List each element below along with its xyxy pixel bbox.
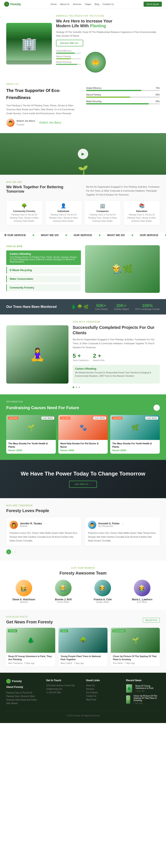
footer-grid: 🌿 Foresty About Foresty Planting Trees I… <box>6 679 160 707</box>
footer-link-2[interactable]: Our Projects <box>86 691 120 694</box>
nav-link-about[interactable]: About Us <box>60 3 69 5</box>
team-eyebrow: Our Team Member <box>6 567 160 569</box>
fundraising-arrow-button[interactable]: → <box>154 405 160 411</box>
blog-header: Our Blog Posts Get News From Foresty Blo… <box>6 616 160 624</box>
nav-dot-1[interactable] <box>76 386 77 388</box>
who-card-0: 🌳 Community Forestry Planting Trees Is T… <box>6 201 42 225</box>
nav-cta-button[interactable]: Get A Quote <box>143 2 162 7</box>
nav-link-home[interactable]: Home <box>51 3 57 5</box>
blog-author-2: Tom Harris <box>113 662 123 664</box>
stat-natural: Natural Planting60% <box>86 94 160 98</box>
projects-subcard-text: We Worked And Are Focused On Responsible… <box>75 371 157 378</box>
projects-eyebrow: Join With Tomorrow <box>73 321 160 323</box>
projects-title: Successfully Completed Projects For Our … <box>73 325 160 336</box>
quote-icon-1: ❝ <box>122 522 124 527</box>
monitored-stat-1: 20K+ Families Helped <box>114 303 129 310</box>
nav-dot-2[interactable] <box>78 386 80 388</box>
blog-card-body-0: Reup Of Young Volunteers In Park, They A… <box>6 653 55 666</box>
nav-link-blog[interactable]: Blog <box>95 3 99 5</box>
team-member-0: 👩‍🌾 Diane A. Hutchison Botanist <box>6 580 42 603</box>
fundraising-section: Information Fundraising Causes Need For … <box>0 394 166 460</box>
nav-links: Home About Us Services Pages Blog Contac… <box>51 3 114 5</box>
blog-card-title-2: Close Up Picture Of The Sapling Of That … <box>113 655 158 661</box>
blog-grid: 🌲 Forestry Reup Of Young Volunteers In P… <box>6 628 160 666</box>
footer-about-title: About Foresty <box>6 686 40 688</box>
monitored-title: Our Trees Have Been Monitored <box>6 305 65 309</box>
blog-cat-1: Nature <box>60 629 68 632</box>
service-list: Join Us Now Carbon Offsetting Tree Plant… <box>6 245 81 293</box>
testimonials-nav: ‹ › <box>6 549 160 554</box>
hero-subtitle: Strategy Of The Scientific Study Of The … <box>56 30 160 38</box>
author-info: Robert Joe Barry Founder <box>16 119 35 126</box>
service-item-2[interactable]: Water Conservation <box>6 275 81 282</box>
test-nav-prev[interactable]: ‹ <box>6 549 11 554</box>
testimonial-name-0: Jennifer R. Tanaka <box>20 522 42 525</box>
cta-button[interactable]: Join With Us → <box>69 481 97 488</box>
projects-content: Join With Tomorrow Successfully Complete… <box>73 321 160 388</box>
play-button[interactable]: ▶ <box>78 149 88 159</box>
nav-link-contact[interactable]: Contact Us <box>102 3 114 5</box>
nav-link-services[interactable]: Services <box>73 3 82 5</box>
projects-nav-dots <box>73 386 160 388</box>
footer-link-4[interactable]: Blog Posts <box>86 699 120 701</box>
nav-link-pages[interactable]: Pages <box>85 3 91 5</box>
testimonial-card-1: 👨 Kenneth S. Fisher Eco Researcher ❝ Pra… <box>85 517 160 546</box>
monitored-stats: 50K+ Trees Planted 20K+ Families Helped … <box>95 303 160 310</box>
about-stats-col: Global Efficiency75% Natural Planting60%… <box>86 87 160 127</box>
service-grid: Join Us Now Carbon Offsetting Tree Plant… <box>6 245 160 293</box>
team-member-3: 👩‍🌾 Maria L. Lawhorn Eco Officer <box>125 580 160 603</box>
hero-image-left: 🏢 <box>6 23 52 64</box>
testimonial-card-0: 👩 Jennifer R. Tanaka Botanist ❝ Praesent… <box>6 517 81 546</box>
team-role-1: Drone Officer <box>46 601 81 603</box>
fund-card-img-2: 🌿 July 2000 Goal: $5000 <box>110 415 160 440</box>
fund-card-title-2: The Mary Donate For Youth Health & Plant… <box>112 442 158 448</box>
fundraising-cards: 🌱 July 2000 Goal: $5000 The Mary Donate … <box>6 415 160 454</box>
fundraising-header: Fundraising Causes Need For Future → <box>6 405 160 411</box>
who-grid: We Work Together For Bettering Tomorrow … <box>6 185 160 196</box>
stat-waste: Waste Recycling85% <box>86 100 160 104</box>
blog-card-body-2: Close Up Picture Of The Sapling Of That … <box>111 653 160 666</box>
blog-all-button[interactable]: Blog All Post <box>143 618 160 623</box>
footer-copyright: © 2024 Foresty. All Rights Reserved. <box>66 714 100 717</box>
hero-stats: Global Efficiency Natural Planting Waste… <box>56 50 81 65</box>
service-item-0[interactable]: Carbon Offsetting Tree Planting Refers T… <box>6 250 81 265</box>
hero-building-image: 🏢 <box>6 23 52 64</box>
footer-link-0[interactable]: About Us <box>86 684 120 687</box>
testimonial-header-0: 👩 Jennifer R. Tanaka Botanist ❝ <box>9 521 78 529</box>
fund-card-0: 🌱 July 2000 Goal: $5000 The Mary Donate … <box>6 415 56 454</box>
testimonial-avatar-1: 👨 <box>88 521 96 529</box>
who-card-desc-2: Planting Trees Is The Act Of Planting Tr… <box>87 213 118 223</box>
projects-img-overlay <box>6 354 69 383</box>
blog-cat-2: Environment <box>113 629 126 632</box>
about-left: The True Supporter Of Eco-Friendliness T… <box>6 87 80 127</box>
projects-count-2: 2 + Awards Won <box>93 352 105 362</box>
service-item-1[interactable]: E-Waste Recycling <box>6 267 81 274</box>
projects-subcard: Carbon Offsetting We Worked And Are Focu… <box>73 365 160 383</box>
team-avatar-2: 🧑‍🌾 <box>94 580 111 596</box>
projects-subcard-title: Carbon Offsetting <box>75 367 157 370</box>
service-item-3[interactable]: Community Forestry <box>6 284 81 291</box>
footer-contact-2: +1 234 567 890 <box>46 691 80 694</box>
team-grid: 👩‍🌾 Diane A. Hutchison Botanist 👨‍🌾 Bonn… <box>6 580 160 603</box>
nav-dot-0[interactable] <box>73 386 74 388</box>
who-card-3: 📚 Education Planting Trees Is The Act Of… <box>124 201 160 225</box>
team-member-1: 👨‍🌾 Bonnie J. Brill Drone Officer <box>46 580 81 603</box>
footer-about-text: Planting Trees Is The Act Of Planting Tr… <box>6 691 40 705</box>
hero-hand-image: 🤲 <box>85 52 106 72</box>
fund-card-2: 🌿 July 2000 Goal: $5000 The Mary Donate … <box>110 415 160 454</box>
blog-meta-1: Mary Collins 7 days ago <box>60 662 106 664</box>
blog-date-1: 7 days ago <box>74 662 84 664</box>
testimonials-title: Foresty Loves People <box>6 508 160 513</box>
footer-about-col: 🌿 Foresty About Foresty Planting Trees I… <box>6 679 40 707</box>
who-card-icon-0: 🌳 <box>9 203 40 209</box>
test-nav-next[interactable]: › <box>12 549 17 554</box>
team-name-2: Francis A. Cole <box>85 598 120 601</box>
blog-card-0: 🌲 Forestry Reup Of Young Volunteers In P… <box>6 628 55 666</box>
hero-discover-button[interactable]: Discover With Us › <box>56 40 83 46</box>
who-card-desc-1: Planting Trees Is The Act Of Planting Tr… <box>48 213 79 223</box>
who-eyebrow: Who We Are <box>6 181 160 183</box>
footer-link-1[interactable]: Services <box>86 688 120 690</box>
blog-eyebrow: Our Blog Posts <box>6 616 53 618</box>
footer-link-3[interactable]: Contact Us <box>86 695 120 697</box>
author-name: Robert Joe Barry <box>16 119 35 123</box>
